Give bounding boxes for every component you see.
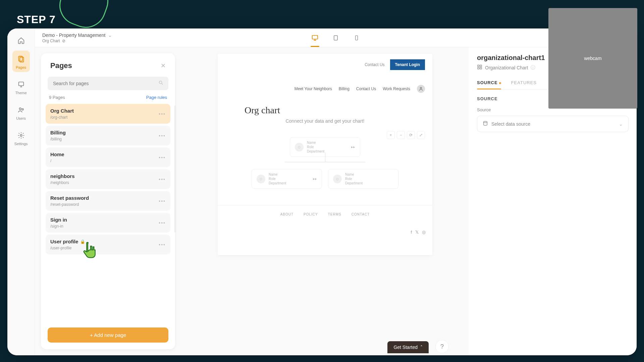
contact-us-link[interactable]: Contact Us [365, 62, 384, 67]
page-item-org-chart[interactable]: Org Chart /org-chart ••• [46, 104, 170, 124]
svg-rect-13 [480, 65, 482, 67]
tab-source[interactable]: SOURCE [477, 80, 501, 89]
more-icon[interactable]: ••• [159, 111, 166, 117]
page-name: Reset password [50, 195, 89, 201]
database-icon [483, 121, 488, 127]
page-path: /org-chart [50, 115, 74, 120]
page-name: Org Chart [50, 108, 74, 114]
node-dept: Department [269, 181, 286, 185]
avatar-icon: ☺ [257, 175, 265, 183]
page-item-reset-password[interactable]: Reset password /reset-password ••• [46, 191, 170, 211]
chevron-up-icon: ˄ [420, 345, 423, 350]
footer-link[interactable]: POLICY [304, 213, 318, 216]
element-type: Organizational Chart [485, 65, 528, 70]
node-role: Role [345, 177, 363, 181]
node-dept: Department [345, 181, 363, 185]
page-rules-link[interactable]: Page rules [146, 95, 167, 100]
svg-rect-12 [478, 65, 479, 67]
rail-settings[interactable]: Settings [12, 127, 30, 148]
footer-link[interactable]: CONTACT [352, 213, 370, 216]
nav-link[interactable]: Billing [339, 86, 350, 91]
page-canvas[interactable]: Contact Us Tenant Login Meet Your Neighb… [218, 54, 432, 255]
nav-link[interactable]: Meet Your Neighbors [294, 86, 332, 91]
add-page-button[interactable]: + Add new page [48, 327, 168, 343]
app-window: Pages Theme Users Settings Demo - Proper… [7, 28, 637, 355]
home-icon[interactable] [15, 35, 27, 47]
nav-link[interactable]: Work Requests [383, 86, 410, 91]
gear-icon [17, 131, 25, 140]
canvas-area: Contact Us Tenant Login Meet Your Neighb… [181, 47, 469, 355]
page-list: Org Chart /org-chart ••• Billing /billin… [41, 104, 175, 322]
tab-features[interactable]: FEATURES [511, 80, 537, 89]
node-name: Name [345, 173, 363, 176]
breadcrumb: Demo - Property Management ⌄ Org Chart ⊘ [42, 33, 112, 43]
footer-link[interactable]: TERMS [328, 213, 341, 216]
rail-pages[interactable]: Pages [12, 51, 30, 72]
pages-panel: Pages ✕ 9 Pages Page rules Org Chart /or… [41, 53, 175, 349]
help-button[interactable]: ? [435, 340, 449, 353]
page-item-billing[interactable]: Billing /billing ••• [46, 126, 170, 145]
avatar-icon: ☺ [295, 143, 304, 152]
more-icon[interactable]: ••• [159, 133, 166, 138]
page-item-sign-in[interactable]: Sign in /sign-in ••• [46, 213, 170, 233]
instagram-icon[interactable]: ◎ [422, 230, 426, 235]
avatar-icon[interactable] [417, 85, 425, 93]
more-icon[interactable]: ••• [159, 177, 166, 182]
page-path: /sign-in [50, 224, 67, 229]
footer-link[interactable]: ABOUT [280, 213, 293, 216]
page-item-user-profile[interactable]: User profile 🔒 /user-profile ••• [46, 235, 170, 254]
scrollbar[interactable] [175, 105, 175, 233]
pages-icon [17, 55, 25, 63]
page-item-home[interactable]: Home / ••• [46, 147, 170, 167]
expand-icon[interactable]: ▸▸ [313, 177, 317, 181]
svg-rect-8 [356, 36, 358, 40]
source-select-placeholder: Select data source [491, 121, 530, 127]
get-started-button[interactable]: Get Started ˄ [387, 341, 429, 353]
project-name: Demo - Property Management [42, 33, 105, 38]
chevron-down-icon[interactable]: ⌄ [108, 33, 112, 38]
page-name: neighbors [50, 173, 75, 179]
current-page-name: Org Chart [42, 39, 60, 43]
page-path: /neighbors [50, 180, 75, 185]
search-icon [158, 80, 164, 87]
desktop-device-button[interactable] [309, 32, 321, 44]
node-role: Role [269, 177, 286, 181]
step-label: STEP 7 [17, 13, 56, 26]
org-node[interactable]: ☺ Name Role Department ▸▸ [252, 169, 322, 189]
page-name: Sign in [50, 217, 67, 223]
search-input[interactable] [48, 77, 168, 90]
lock-icon: 🔒 [80, 239, 85, 244]
tenant-login-button[interactable]: Tenant Login [390, 59, 425, 70]
svg-point-16 [484, 121, 487, 123]
page-path: /reset-password [50, 202, 89, 207]
rail-users[interactable]: Users [12, 102, 30, 123]
chevron-down-icon: ⌄ [619, 121, 623, 127]
rail-theme[interactable]: Theme [12, 76, 30, 98]
svg-point-11 [420, 87, 422, 89]
expand-icon[interactable]: ▸▸ [351, 145, 355, 149]
org-node[interactable]: ☺ Name Role Department [328, 169, 398, 189]
close-icon[interactable]: ✕ [161, 62, 166, 69]
node-dept: Department [307, 149, 324, 153]
svg-rect-15 [480, 67, 482, 69]
page-name: Billing [50, 130, 66, 135]
page-name: User profile 🔒 [50, 239, 85, 244]
more-icon[interactable]: ••• [159, 155, 166, 160]
facebook-icon[interactable]: f [411, 230, 412, 235]
link-icon[interactable]: ⊘ [62, 39, 65, 43]
more-icon[interactable]: ••• [159, 220, 166, 226]
nav-link[interactable]: Contact Us [356, 86, 376, 91]
indicator-dot-icon [499, 82, 501, 84]
more-icon[interactable]: ••• [159, 198, 166, 204]
source-select[interactable]: Select data source ⌄ [477, 116, 629, 132]
page-path: /user-profile [50, 246, 85, 250]
pages-title: Pages [50, 61, 72, 70]
theme-icon [17, 80, 25, 89]
rail-theme-label: Theme [15, 91, 26, 95]
info-icon[interactable]: ⓘ [531, 65, 535, 71]
x-icon[interactable]: 𝕏 [415, 230, 419, 235]
tablet-device-button[interactable] [329, 32, 342, 44]
more-icon[interactable]: ••• [159, 242, 166, 247]
mobile-device-button[interactable] [350, 32, 363, 44]
page-item-neighbors[interactable]: neighbors /neighbors ••• [46, 169, 170, 189]
